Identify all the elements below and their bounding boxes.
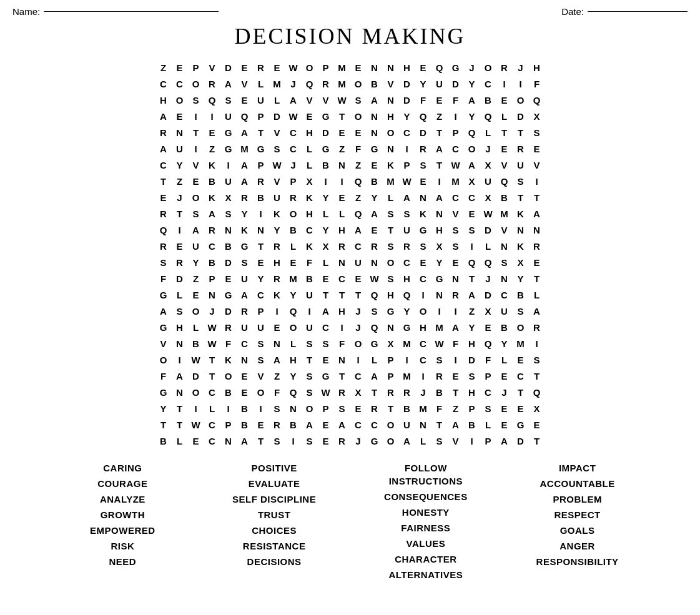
- grid-cell: T: [253, 433, 269, 449]
- grid-cell: R: [237, 303, 253, 319]
- grid-cell: T: [513, 189, 529, 205]
- grid-cell: W: [431, 335, 448, 352]
- grid-cell: Q: [480, 335, 496, 352]
- grid-cell: X: [431, 238, 448, 254]
- grid-cell: S: [415, 157, 431, 173]
- grid-cell: N: [269, 335, 285, 352]
- grid-cell: V: [496, 157, 513, 173]
- word-bank: CARINGCOURAGEANALYZEGROWTHEMPOWEREDRISKN…: [12, 461, 688, 581]
- grid-cell: G: [448, 59, 464, 76]
- grid-cell: I: [431, 173, 448, 189]
- grid-cell: N: [367, 59, 383, 76]
- grid-cell: P: [318, 400, 334, 416]
- grid-cell: S: [334, 400, 350, 416]
- grid-cell: S: [172, 303, 188, 319]
- grid-cell: T: [513, 124, 529, 140]
- grid-cell: G: [318, 368, 334, 384]
- grid-cell: O: [172, 92, 188, 108]
- grid-cell: L: [318, 205, 334, 222]
- grid-cell: C: [318, 319, 334, 335]
- grid-cell: N: [415, 189, 431, 205]
- grid-cell: A: [448, 319, 464, 335]
- grid-cell: Q: [367, 287, 383, 303]
- grid-cell: E: [188, 287, 204, 303]
- grid-cell: D: [220, 59, 237, 76]
- grid-cell: B: [237, 400, 253, 416]
- grid-cell: Z: [172, 173, 188, 189]
- grid-cell: Y: [464, 108, 480, 124]
- grid-cell: R: [334, 433, 350, 449]
- grid-cell: S: [480, 400, 496, 416]
- grid-cell: V: [496, 222, 513, 238]
- grid-cell: U: [480, 173, 496, 189]
- grid-cell: E: [496, 368, 513, 384]
- grid-cell: E: [285, 254, 302, 270]
- grid-cell: F: [529, 76, 545, 92]
- grid-cell: U: [350, 254, 367, 270]
- grid-cell: B: [480, 92, 496, 108]
- grid-cell: T: [253, 124, 269, 140]
- grid-cell: S: [269, 400, 285, 416]
- grid-cell: C: [513, 368, 529, 384]
- grid-cell: J: [496, 384, 513, 400]
- grid-cell: N: [220, 222, 237, 238]
- grid-cell: Y: [367, 189, 383, 205]
- grid-cell: E: [367, 222, 383, 238]
- name-label: Name:: [12, 6, 40, 17]
- grid-cell: L: [480, 416, 496, 433]
- grid-cell: U: [220, 108, 237, 124]
- grid-cell: Z: [448, 400, 464, 416]
- grid-cell: E: [464, 205, 480, 222]
- grid-cell: X: [529, 108, 545, 124]
- grid-cell: I: [448, 352, 464, 368]
- grid-cell: A: [399, 433, 415, 449]
- grid-cell: A: [334, 416, 350, 433]
- grid-cell: M: [383, 173, 399, 189]
- grid-cell: T: [204, 352, 220, 368]
- grid-cell: R: [253, 173, 269, 189]
- grid-cell: J: [204, 303, 220, 319]
- grid-cell: I: [172, 222, 188, 238]
- grid-cell: D: [269, 108, 285, 124]
- grid-cell: H: [464, 384, 480, 400]
- grid-cell: X: [302, 173, 318, 189]
- grid-cell: H: [334, 222, 350, 238]
- grid-cell: Z: [334, 140, 350, 157]
- grid-cell: P: [318, 59, 334, 76]
- grid-cell: D: [513, 433, 529, 449]
- grid-cell: T: [529, 368, 545, 384]
- grid-cell: R: [318, 76, 334, 92]
- word-item: ANALYZE: [100, 493, 145, 506]
- grid-cell: W: [367, 270, 383, 287]
- grid-cell: C: [334, 270, 350, 287]
- grid-cell: H: [334, 303, 350, 319]
- grid-cell: S: [448, 222, 464, 238]
- grid-cell: N: [496, 238, 513, 254]
- grid-cell: Y: [464, 319, 480, 335]
- grid-cell: K: [269, 287, 285, 303]
- grid-cell: M: [269, 76, 285, 92]
- grid-cell: O: [302, 400, 318, 416]
- grid-cell: E: [415, 173, 431, 189]
- grid-cell: W: [285, 108, 302, 124]
- grid-cell: T: [172, 416, 188, 433]
- grid-cell: U: [188, 238, 204, 254]
- grid-cell: H: [415, 319, 431, 335]
- grid-cell: C: [155, 157, 172, 173]
- word-item: POSITIVE: [252, 461, 297, 475]
- grid-cell: T: [383, 222, 399, 238]
- grid-cell: V: [155, 335, 172, 352]
- grid-cell: T: [155, 416, 172, 433]
- grid-cell: S: [302, 368, 318, 384]
- grid-cell: J: [350, 319, 367, 335]
- grid-cell: E: [350, 400, 367, 416]
- grid-cell: E: [496, 416, 513, 433]
- grid-cell: O: [188, 189, 204, 205]
- grid-cell: A: [464, 157, 480, 173]
- word-item: CHARACTER: [395, 553, 457, 566]
- grid-cell: D: [188, 368, 204, 384]
- grid-cell: H: [431, 222, 448, 238]
- grid-cell: S: [253, 335, 269, 352]
- grid-cell: U: [237, 270, 253, 287]
- word-item: RESPONSIBILITY: [536, 555, 619, 568]
